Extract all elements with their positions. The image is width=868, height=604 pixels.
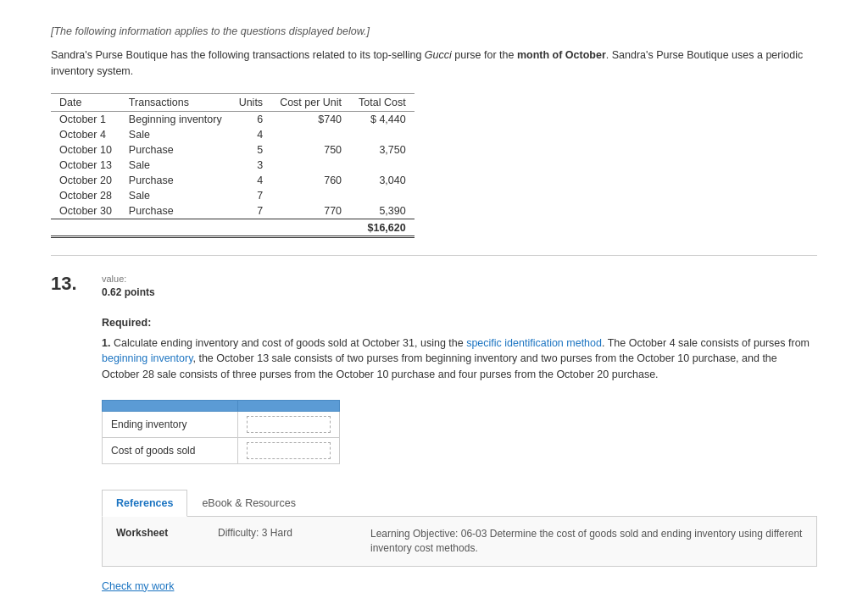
required-section: Required: 1. Calculate ending inventory … bbox=[102, 317, 817, 383]
table-row: October 20 Purchase 4 760 3,040 bbox=[51, 173, 415, 188]
transaction-table: Date Transactions Units Cost per Unit To… bbox=[51, 93, 415, 238]
answer-col-header-2 bbox=[238, 400, 340, 411]
ending-inventory-label: Ending inventory bbox=[103, 411, 238, 437]
intro-note: [The following information applies to th… bbox=[51, 25, 817, 37]
table-row: October 28 Sale 7 bbox=[51, 188, 415, 203]
section-divider bbox=[51, 255, 817, 256]
cogs-cell[interactable] bbox=[238, 437, 340, 463]
tab-ebook[interactable]: eBook & Resources bbox=[187, 490, 309, 517]
tabs-bar: References eBook & Resources bbox=[102, 490, 817, 517]
intro-text: Sandra's Purse Boutique has the followin… bbox=[51, 47, 817, 80]
intro-italic: Gucci bbox=[425, 49, 452, 61]
worksheet-row: Worksheet Difficulty: 3 Hard Learning Ob… bbox=[116, 527, 803, 556]
col-cost-per-unit: Cost per Unit bbox=[271, 93, 350, 111]
worksheet-label: Worksheet bbox=[116, 527, 201, 539]
required-number: 1. bbox=[102, 337, 110, 349]
intro-text-part2: purse for the bbox=[452, 49, 517, 61]
page-container: [The following information applies to th… bbox=[0, 0, 868, 604]
cogs-input[interactable] bbox=[247, 442, 331, 459]
question-meta: value: 0.62 points bbox=[102, 273, 155, 300]
tab-references[interactable]: References bbox=[102, 490, 187, 517]
answer-row-ending-inventory: Ending inventory bbox=[103, 411, 340, 437]
table-row: October 13 Sale 3 bbox=[51, 158, 415, 173]
answer-table: Ending inventory Cost of goods sold bbox=[102, 400, 340, 464]
learning-objective: Learning Objective: 06-03 Determine the … bbox=[370, 527, 803, 556]
answer-table-container: Ending inventory Cost of goods sold bbox=[102, 400, 817, 464]
col-total-cost: Total Cost bbox=[350, 93, 415, 111]
answer-row-cogs: Cost of goods sold bbox=[103, 437, 340, 463]
question-section: 13. value: 0.62 points bbox=[51, 273, 817, 300]
difficulty-label: Difficulty: 3 Hard bbox=[218, 527, 353, 539]
value-label: value: bbox=[102, 273, 155, 285]
table-row: October 4 Sale 4 bbox=[51, 127, 415, 142]
table-row: October 10 Purchase 5 750 3,750 bbox=[51, 142, 415, 158]
table-row: October 1 Beginning inventory 6 $740 $ 4… bbox=[51, 111, 415, 127]
table-total-row: $16,620 bbox=[51, 219, 415, 236]
intro-text-part1: Sandra's Purse Boutique has the followin… bbox=[51, 49, 425, 61]
required-title: Required: bbox=[102, 317, 817, 329]
col-units: Units bbox=[231, 93, 271, 111]
references-content: Worksheet Difficulty: 3 Hard Learning Ob… bbox=[102, 517, 817, 567]
col-date: Date bbox=[51, 93, 120, 111]
table-row: October 30 Purchase 7 770 5,390 bbox=[51, 203, 415, 219]
points-label: 0.62 points bbox=[102, 285, 155, 300]
table-double-line bbox=[51, 236, 415, 238]
ending-inventory-input[interactable] bbox=[247, 416, 331, 433]
question-number: 13. bbox=[51, 273, 85, 300]
answer-col-header-1 bbox=[103, 400, 238, 411]
required-text: 1. Calculate ending inventory and cost o… bbox=[102, 335, 817, 383]
check-my-work-link[interactable]: Check my work bbox=[102, 580, 174, 592]
intro-bold: month of October bbox=[517, 49, 606, 61]
col-transactions: Transactions bbox=[120, 93, 231, 111]
cogs-label: Cost of goods sold bbox=[103, 437, 238, 463]
ending-inventory-cell[interactable] bbox=[238, 411, 340, 437]
references-section: References eBook & Resources Worksheet D… bbox=[102, 490, 817, 567]
